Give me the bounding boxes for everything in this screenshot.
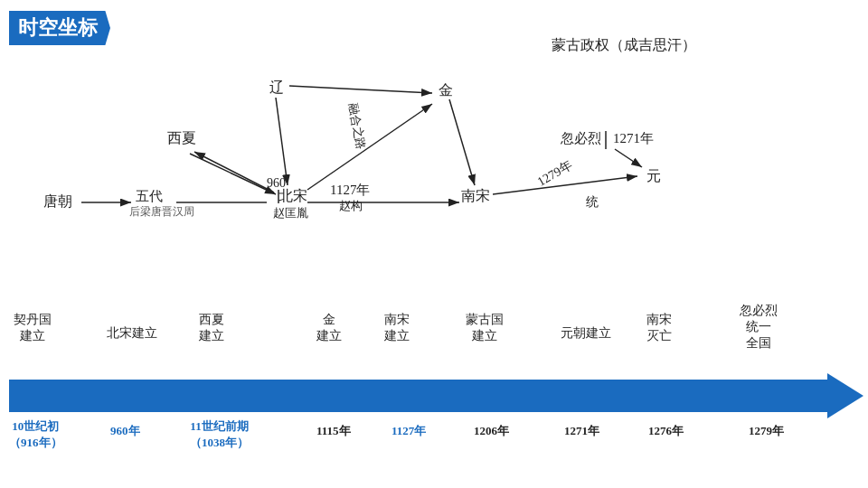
svg-line-10 (307, 104, 432, 190)
node-wudai-sub: 后梁唐晋汉周 (129, 205, 194, 218)
tl-label-nansong-mie: 南宋灭亡 (646, 312, 672, 344)
date-xixia: 11世纪前期（1038年） (190, 418, 249, 451)
tl-label-menggu: 蒙古国建立 (466, 312, 504, 344)
node-liao: 辽 (269, 80, 284, 95)
svg-line-14 (615, 149, 642, 167)
tl-label-hubilie: 忽必烈统一全国 (740, 303, 778, 352)
mongol-label: 蒙古政权（成吉思汗） (552, 37, 696, 52)
timeline-bar (9, 380, 832, 412)
svg-line-6 (276, 98, 288, 185)
founder-zhao: 赵构 (339, 199, 363, 212)
tl-label-qidan: 契丹国建立 (14, 312, 52, 344)
date-qidan: 10世纪初（916年） (9, 418, 62, 451)
svg-line-8 (190, 154, 276, 194)
date-beisong: 960年 (110, 423, 140, 439)
diagram-area: 蒙古政权（成吉思汗） 唐朝 五代 后梁唐晋汉周 960 北宋 赵匡胤 辽 西夏 … (0, 9, 868, 298)
date-nansong-mie: 1276年 (648, 423, 684, 439)
svg-line-9 (194, 152, 274, 192)
date-hubilie: 1279年 (749, 423, 784, 439)
hubilie: 忽必烈 (560, 131, 601, 145)
tl-label-nansong: 南宋建立 (384, 312, 410, 344)
tl-label-xixia: 西夏建立 (199, 312, 224, 344)
svg-line-12 (449, 99, 475, 185)
node-jin: 金 (439, 82, 453, 98)
node-yuan: 元 (646, 168, 661, 183)
node-xixia: 西夏 (167, 130, 196, 145)
node-wudai: 五代 (136, 189, 163, 203)
tl-label-yuan: 元朝建立 (561, 325, 611, 342)
svg-line-7 (289, 86, 432, 93)
node-tang: 唐朝 (43, 193, 72, 209)
node-nansong: 南宋 (461, 188, 490, 203)
timeline-area: 契丹国建立 北宋建立 西夏建立 金建立 南宋建立 蒙古国建立 元朝建立 南宋灭亡… (9, 303, 859, 483)
date-menggu: 1206年 (474, 423, 509, 439)
date-yuan: 1271年 (564, 423, 599, 439)
svg-line-15 (493, 176, 637, 194)
date-nansong: 1127年 (392, 423, 426, 439)
tl-label-jin: 金建立 (316, 312, 342, 344)
tl-label-beisong: 北宋建立 (107, 325, 157, 342)
beisong-founder: 赵匡胤 (273, 206, 308, 220)
tong-label: 统 (586, 195, 599, 209)
year-1271: 1271年 (613, 131, 654, 145)
timeline-labels: 契丹国建立 北宋建立 西夏建立 金建立 南宋建立 蒙古国建立 元朝建立 南宋灭亡… (9, 303, 859, 375)
date-jin: 1115年 (316, 423, 351, 439)
node-beisong: 北宋 (278, 188, 307, 203)
liao-jin-desc: 融合之路 (346, 102, 368, 151)
year-1127: 1127年 (330, 183, 370, 197)
timeline-arrow (827, 373, 863, 418)
